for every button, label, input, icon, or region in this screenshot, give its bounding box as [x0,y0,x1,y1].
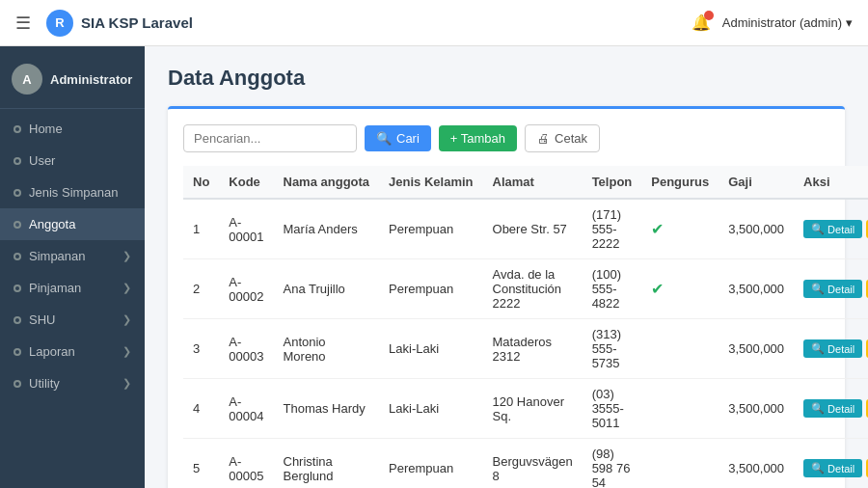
detail-button[interactable]: 🔍 Detail [803,399,862,418]
pinjaman-dot-icon [14,285,21,292]
cell-aksi: 🔍 Detail ✏ Ubah 🗑 Hapus [794,199,868,259]
search-input[interactable] [183,124,357,152]
toolbar: 🔍 Cari + Tambah 🖨 Cetak [183,124,829,152]
sidebar-item-jenis-simpanan[interactable]: Jenis Simpanan [0,176,145,208]
aksi-group: 🔍 Detail ✏ Ubah 🗑 Hapus [803,339,868,358]
sidebar-item-home[interactable]: Home [0,113,145,145]
cell-gaji: 3,500,000 [719,379,794,439]
detail-label: Detail [827,343,854,355]
search-icon: 🔍 [376,131,392,146]
col-gaji: Gaji [719,166,794,199]
sidebar-item-shu[interactable]: SHU ❯ [0,304,145,336]
admin-dropdown-button[interactable]: Administrator (admin) ▾ [722,15,853,30]
utility-arrow-icon: ❯ [122,377,131,390]
sidebar-label-jenis-simpanan: Jenis Simpanan [29,185,119,200]
cell-nama: Thomas Hardy [274,379,380,439]
cell-telpon: (100) 555-4822 [583,259,642,319]
main-content: Data Anggota 🔍 Cari + Tambah 🖨 Cetak [145,46,868,488]
check-icon: ✔ [651,281,664,297]
hamburger-button[interactable]: ☰ [15,13,31,34]
simpanan-arrow-icon: ❯ [122,250,131,262]
cell-gaji: 3,500,000 [719,439,794,489]
col-jenis: Jenis Kelamin [379,166,482,199]
cell-kode: A-00005 [219,439,273,489]
page-title: Data Anggota [168,66,845,91]
sidebar-label-simpanan: Simpanan [29,249,86,263]
search-button[interactable]: 🔍 Cari [365,125,431,151]
sidebar-username: Administrator [50,72,132,87]
cell-jenis: Laki-Laki [379,319,482,379]
cell-telpon: (313) 555-5735 [583,319,642,379]
detail-icon: 🔍 [811,402,825,415]
sidebar-user: A Administrator [0,54,145,109]
add-button[interactable]: + Tambah [439,125,517,151]
cell-telpon: (03) 3555-5011 [583,379,642,439]
navbar: ☰ R SIA KSP Laravel 🔔 Administrator (adm… [0,0,868,46]
table-row: 3A-00003Antonio MorenoLaki-LakiMataderos… [183,319,868,379]
cell-no: 4 [183,379,219,439]
sidebar-label-laporan: Laporan [29,344,75,359]
cell-jenis: Perempuan [379,439,482,489]
avatar: A [12,64,42,95]
cell-pengurus: ✔ [641,259,719,319]
sidebar-label-utility: Utility [29,376,60,391]
notification-badge [704,11,714,20]
detail-button[interactable]: 🔍 Detail [803,280,862,298]
cell-pengurus [641,379,719,439]
cell-alamat: Berguvsvägen 8 [483,439,583,489]
user-dot-icon [14,157,21,165]
dropdown-arrow-icon: ▾ [846,15,853,30]
detail-button[interactable]: 🔍 Detail [803,459,862,477]
jenis-simpanan-dot-icon [14,189,21,197]
aksi-group: 🔍 Detail ✏ Ubah 🗑 Hapus [803,459,868,477]
detail-button[interactable]: 🔍 Detail [803,220,862,238]
cell-jenis: Perempuan [379,199,482,259]
detail-icon: 🔍 [811,283,825,295]
sidebar-item-anggota[interactable]: Anggota [0,208,145,240]
col-telpon: Telpon [583,166,642,199]
col-kode: Kode [219,166,273,199]
simpanan-dot-icon [14,253,21,260]
sidebar-item-utility[interactable]: Utility ❯ [0,367,145,399]
laporan-arrow-icon: ❯ [122,345,131,358]
sidebar-item-simpanan[interactable]: Simpanan ❯ [0,240,145,272]
aksi-group: 🔍 Detail ✏ Ubah 🗑 Hapus [803,220,868,238]
brand-name: SIA KSP Laravel [81,14,193,31]
cell-telpon: (171) 555-2222 [583,199,642,259]
sidebar-item-user[interactable]: User [0,145,145,176]
cell-pengurus: ✔ [641,199,719,259]
data-card: 🔍 Cari + Tambah 🖨 Cetak No Kode Nam [168,106,845,488]
table-header-row: No Kode Nama anggota Jenis Kelamin Alama… [183,166,868,199]
sidebar-item-laporan[interactable]: Laporan ❯ [0,336,145,367]
aksi-group: 🔍 Detail ✏ Ubah 🗑 Hapus [803,399,868,418]
detail-icon: 🔍 [811,223,825,235]
print-button[interactable]: 🖨 Cetak [525,124,600,152]
print-button-label: Cetak [555,131,587,146]
col-no: No [183,166,219,199]
navbar-left: ☰ R SIA KSP Laravel [15,10,193,37]
detail-label: Detail [827,463,854,474]
sidebar-label-anggota: Anggota [29,217,75,231]
sidebar-item-pinjaman[interactable]: Pinjaman ❯ [0,272,145,304]
home-dot-icon [14,125,21,133]
detail-label: Detail [827,224,854,235]
table-row: 4A-00004Thomas HardyLaki-Laki120 Hanover… [183,379,868,439]
cell-gaji: 3,500,000 [719,319,794,379]
anggota-dot-icon [14,221,21,229]
sidebar-label-user: User [29,153,55,168]
col-nama: Nama anggota [274,166,380,199]
table-row: 5A-00005Christina BerglundPerempuanBergu… [183,439,868,489]
cell-kode: A-00001 [219,199,273,259]
detail-icon: 🔍 [811,342,825,355]
shu-dot-icon [14,316,21,324]
print-icon: 🖨 [537,131,550,146]
detail-button[interactable]: 🔍 Detail [803,339,862,358]
data-table: No Kode Nama anggota Jenis Kelamin Alama… [183,166,868,488]
notification-button[interactable]: 🔔 [692,14,711,32]
sidebar-nav: Home User Jenis Simpanan Anggota Sim [0,109,145,399]
cell-aksi: 🔍 Detail ✏ Ubah 🗑 Hapus [794,379,868,439]
navbar-right: 🔔 Administrator (admin) ▾ [692,14,853,32]
cell-pengurus [641,439,719,489]
cell-pengurus [641,319,719,379]
table-row: 1A-00001María AndersPerempuanObere Str. … [183,199,868,259]
